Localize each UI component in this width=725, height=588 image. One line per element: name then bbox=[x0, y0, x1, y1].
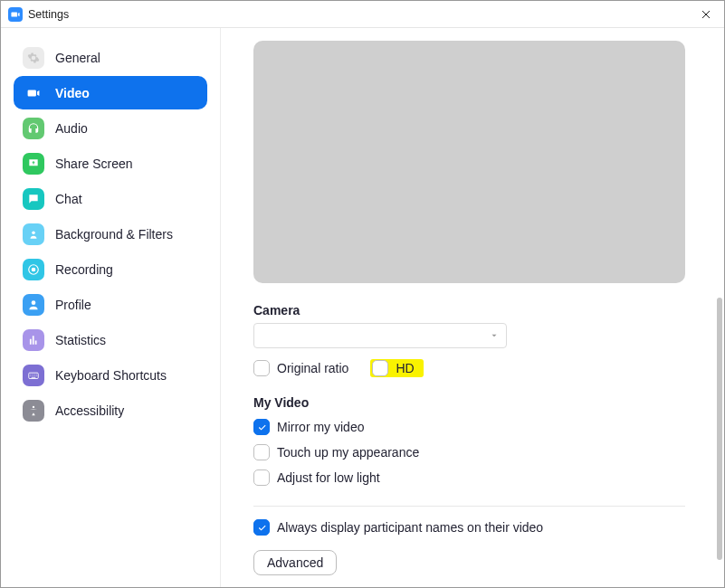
hd-checkbox[interactable] bbox=[372, 360, 388, 376]
divider bbox=[253, 506, 685, 507]
sidebar-item-label: General bbox=[55, 51, 100, 65]
settings-window: Settings General Video bbox=[0, 0, 725, 588]
sidebar-item-label: Keyboard Shortcuts bbox=[55, 368, 167, 383]
body: General Video Audio Share Screen bbox=[1, 28, 724, 587]
accessibility-icon bbox=[23, 400, 44, 422]
sidebar-item-label: Share Screen bbox=[55, 156, 133, 171]
advanced-button[interactable]: Advanced bbox=[253, 550, 337, 575]
share-screen-icon bbox=[23, 153, 44, 175]
lowlight-option[interactable]: Adjust for low light bbox=[253, 469, 692, 486]
camera-section-label: Camera bbox=[253, 303, 692, 318]
gear-icon bbox=[23, 47, 44, 69]
chat-icon bbox=[23, 188, 44, 210]
always-names-option[interactable]: Always display participant names on thei… bbox=[253, 519, 692, 536]
background-icon bbox=[23, 223, 44, 245]
sidebar: General Video Audio Share Screen bbox=[1, 28, 221, 587]
sidebar-item-keyboard-shortcuts[interactable]: Keyboard Shortcuts bbox=[14, 358, 207, 392]
titlebar: Settings bbox=[1, 1, 724, 28]
always-names-label: Always display participant names on thei… bbox=[277, 520, 543, 535]
keyboard-icon bbox=[23, 365, 44, 386]
window-title: Settings bbox=[28, 8, 69, 21]
touchup-option[interactable]: Touch up my appearance bbox=[253, 444, 692, 460]
profile-icon bbox=[23, 294, 44, 316]
svg-point-0 bbox=[32, 231, 35, 234]
touchup-checkbox[interactable] bbox=[253, 444, 270, 460]
sidebar-item-profile[interactable]: Profile bbox=[14, 288, 207, 321]
hd-label: HD bbox=[396, 361, 414, 375]
main-panel: Camera Original ratio HD My Video bbox=[221, 28, 724, 587]
chevron-down-icon bbox=[490, 331, 499, 340]
original-ratio-option[interactable]: Original ratio bbox=[253, 360, 348, 376]
sidebar-item-audio[interactable]: Audio bbox=[14, 111, 207, 145]
sidebar-item-label: Recording bbox=[55, 262, 113, 277]
always-names-checkbox[interactable] bbox=[253, 519, 270, 536]
camera-select[interactable] bbox=[253, 323, 507, 348]
sidebar-item-label: Profile bbox=[55, 298, 91, 312]
sidebar-item-label: Statistics bbox=[55, 333, 106, 347]
svg-point-5 bbox=[33, 405, 34, 407]
sidebar-item-chat[interactable]: Chat bbox=[14, 182, 207, 215]
my-video-section-label: My Video bbox=[253, 395, 692, 410]
video-preview bbox=[253, 41, 685, 283]
sidebar-item-label: Chat bbox=[55, 192, 82, 206]
sidebar-item-recording[interactable]: Recording bbox=[14, 252, 207, 286]
sidebar-item-label: Background & Filters bbox=[55, 227, 173, 242]
close-button[interactable] bbox=[695, 4, 717, 25]
sidebar-item-video[interactable]: Video bbox=[14, 76, 207, 109]
stats-icon bbox=[23, 329, 44, 351]
sidebar-item-general[interactable]: General bbox=[14, 41, 207, 74]
lowlight-label: Adjust for low light bbox=[277, 470, 380, 485]
sidebar-item-background-filters[interactable]: Background & Filters bbox=[14, 217, 207, 251]
sidebar-item-share-screen[interactable]: Share Screen bbox=[14, 147, 207, 180]
headphones-icon bbox=[23, 118, 44, 139]
original-ratio-label: Original ratio bbox=[277, 361, 348, 375]
sidebar-item-statistics[interactable]: Statistics bbox=[14, 323, 207, 356]
ratio-hd-row: Original ratio HD bbox=[253, 359, 692, 377]
camera-icon bbox=[23, 82, 44, 104]
mirror-checkbox[interactable] bbox=[253, 419, 270, 435]
sidebar-item-label: Accessibility bbox=[55, 403, 124, 418]
record-icon bbox=[23, 259, 44, 280]
sidebar-item-label: Video bbox=[55, 86, 90, 100]
mirror-label: Mirror my video bbox=[277, 420, 364, 434]
mirror-option[interactable]: Mirror my video bbox=[253, 419, 692, 435]
touchup-label: Touch up my appearance bbox=[277, 445, 419, 460]
sidebar-item-label: Audio bbox=[55, 121, 88, 136]
svg-point-3 bbox=[32, 300, 36, 305]
sidebar-item-accessibility[interactable]: Accessibility bbox=[14, 394, 207, 427]
svg-point-2 bbox=[32, 267, 36, 271]
original-ratio-checkbox[interactable] bbox=[253, 360, 270, 376]
hd-highlight: HD bbox=[370, 359, 423, 377]
scrollbar-thumb[interactable] bbox=[717, 298, 722, 560]
app-icon bbox=[8, 7, 23, 22]
hd-option[interactable]: HD bbox=[372, 360, 414, 376]
lowlight-checkbox[interactable] bbox=[253, 469, 270, 486]
